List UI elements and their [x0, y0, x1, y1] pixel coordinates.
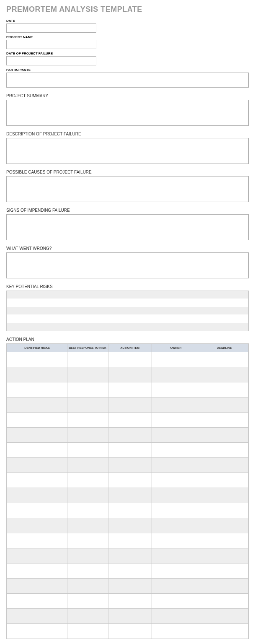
plan-cell[interactable]	[67, 428, 108, 443]
plan-cell[interactable]	[67, 352, 108, 367]
wrong-input[interactable]	[6, 252, 249, 278]
plan-cell[interactable]	[7, 413, 67, 428]
plan-cell[interactable]	[7, 382, 67, 397]
plan-cell[interactable]	[152, 352, 200, 367]
plan-cell[interactable]	[7, 624, 67, 639]
plan-cell[interactable]	[200, 564, 249, 579]
risk-row[interactable]	[7, 307, 248, 315]
plan-cell[interactable]	[152, 443, 200, 458]
causes-input[interactable]	[6, 176, 249, 202]
plan-cell[interactable]	[200, 397, 249, 413]
plan-cell[interactable]	[108, 352, 152, 367]
risk-row[interactable]	[7, 323, 248, 331]
plan-cell[interactable]	[108, 518, 152, 533]
plan-cell[interactable]	[67, 579, 108, 594]
plan-cell[interactable]	[108, 548, 152, 564]
risk-row[interactable]	[7, 315, 248, 323]
plan-cell[interactable]	[200, 367, 249, 382]
summary-input[interactable]	[6, 100, 249, 126]
plan-cell[interactable]	[108, 443, 152, 458]
plan-cell[interactable]	[200, 548, 249, 564]
plan-cell[interactable]	[108, 382, 152, 397]
plan-cell[interactable]	[108, 428, 152, 443]
plan-cell[interactable]	[67, 458, 108, 473]
plan-cell[interactable]	[67, 624, 108, 639]
plan-cell[interactable]	[108, 579, 152, 594]
risk-row[interactable]	[7, 299, 248, 307]
project-name-input[interactable]	[6, 40, 96, 49]
plan-cell[interactable]	[108, 397, 152, 413]
plan-cell[interactable]	[108, 533, 152, 548]
plan-cell[interactable]	[152, 473, 200, 488]
plan-cell[interactable]	[200, 518, 249, 533]
plan-cell[interactable]	[200, 533, 249, 548]
plan-cell[interactable]	[108, 458, 152, 473]
plan-cell[interactable]	[200, 609, 249, 624]
plan-cell[interactable]	[152, 413, 200, 428]
plan-cell[interactable]	[200, 458, 249, 473]
risk-row[interactable]	[7, 291, 248, 299]
plan-cell[interactable]	[108, 473, 152, 488]
plan-cell[interactable]	[67, 518, 108, 533]
plan-cell[interactable]	[7, 518, 67, 533]
plan-cell[interactable]	[67, 413, 108, 428]
plan-cell[interactable]	[152, 458, 200, 473]
plan-cell[interactable]	[200, 443, 249, 458]
date-failure-input[interactable]	[6, 56, 96, 65]
plan-cell[interactable]	[152, 488, 200, 503]
plan-cell[interactable]	[7, 458, 67, 473]
plan-cell[interactable]	[7, 594, 67, 609]
plan-cell[interactable]	[200, 624, 249, 639]
plan-cell[interactable]	[67, 564, 108, 579]
plan-cell[interactable]	[7, 548, 67, 564]
plan-cell[interactable]	[152, 624, 200, 639]
plan-cell[interactable]	[200, 579, 249, 594]
plan-cell[interactable]	[7, 352, 67, 367]
plan-cell[interactable]	[200, 503, 249, 518]
description-input[interactable]	[6, 138, 249, 164]
plan-cell[interactable]	[7, 579, 67, 594]
plan-cell[interactable]	[152, 564, 200, 579]
plan-cell[interactable]	[108, 564, 152, 579]
plan-cell[interactable]	[152, 382, 200, 397]
plan-cell[interactable]	[200, 382, 249, 397]
plan-cell[interactable]	[7, 503, 67, 518]
plan-cell[interactable]	[7, 609, 67, 624]
plan-cell[interactable]	[152, 533, 200, 548]
plan-cell[interactable]	[152, 518, 200, 533]
plan-cell[interactable]	[7, 443, 67, 458]
plan-cell[interactable]	[7, 367, 67, 382]
plan-cell[interactable]	[152, 397, 200, 413]
plan-cell[interactable]	[200, 428, 249, 443]
plan-cell[interactable]	[7, 428, 67, 443]
plan-cell[interactable]	[152, 609, 200, 624]
plan-cell[interactable]	[152, 428, 200, 443]
plan-cell[interactable]	[152, 367, 200, 382]
plan-cell[interactable]	[200, 352, 249, 367]
plan-cell[interactable]	[152, 548, 200, 564]
plan-cell[interactable]	[67, 367, 108, 382]
plan-cell[interactable]	[108, 594, 152, 609]
plan-cell[interactable]	[67, 382, 108, 397]
plan-cell[interactable]	[200, 473, 249, 488]
plan-cell[interactable]	[67, 473, 108, 488]
plan-cell[interactable]	[7, 564, 67, 579]
plan-cell[interactable]	[67, 397, 108, 413]
plan-cell[interactable]	[67, 488, 108, 503]
participants-input[interactable]	[6, 73, 249, 88]
plan-cell[interactable]	[67, 594, 108, 609]
plan-cell[interactable]	[67, 533, 108, 548]
plan-cell[interactable]	[7, 473, 67, 488]
plan-cell[interactable]	[200, 413, 249, 428]
plan-cell[interactable]	[7, 533, 67, 548]
plan-cell[interactable]	[108, 609, 152, 624]
plan-cell[interactable]	[7, 488, 67, 503]
plan-cell[interactable]	[108, 413, 152, 428]
plan-cell[interactable]	[152, 503, 200, 518]
plan-cell[interactable]	[200, 488, 249, 503]
plan-cell[interactable]	[67, 503, 108, 518]
date-input[interactable]	[6, 23, 96, 33]
plan-cell[interactable]	[7, 397, 67, 413]
plan-cell[interactable]	[67, 609, 108, 624]
signs-input[interactable]	[6, 214, 249, 240]
